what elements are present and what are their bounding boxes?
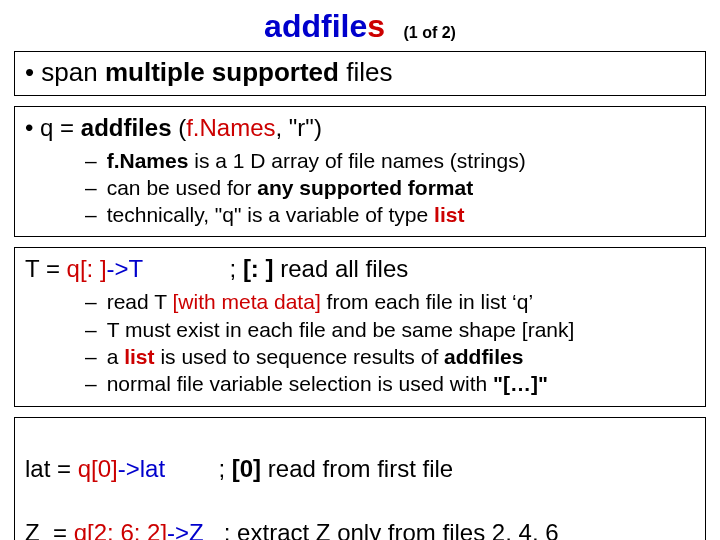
txt: normal file variable selection is used w… bbox=[107, 372, 493, 395]
list-item: normal file variable selection is used w… bbox=[85, 370, 695, 397]
title-suffix: s bbox=[367, 8, 385, 44]
txt: read all files bbox=[274, 255, 409, 282]
list-item: can be used for any supported format bbox=[85, 174, 695, 201]
txt: T must exist in each file and be same sh… bbox=[107, 318, 575, 341]
txt: lat = bbox=[25, 455, 78, 482]
box-read: T = q[: ]->T ; [: ] read all files read … bbox=[14, 247, 706, 406]
read-line: T = q[: ]->T ; [: ] read all files bbox=[25, 254, 695, 284]
txt: addfiles bbox=[444, 345, 523, 368]
txt: ; bbox=[218, 455, 231, 482]
txt: [with meta data] bbox=[172, 290, 320, 313]
txt: technically, "q" is a variable of type bbox=[107, 203, 434, 226]
txt: ->Z bbox=[167, 519, 204, 540]
txt: q[0] bbox=[78, 455, 118, 482]
txt: is used to sequence results of bbox=[155, 345, 445, 368]
txt: can be used for bbox=[107, 176, 258, 199]
txt: [0] bbox=[232, 455, 261, 482]
txt: ->T bbox=[107, 255, 143, 282]
txt: read T bbox=[107, 290, 173, 313]
assign-fn: addfiles bbox=[81, 114, 172, 141]
paren-open: ( bbox=[171, 114, 186, 141]
txt: read from first file bbox=[261, 455, 453, 482]
list-item: T must exist in each file and be same sh… bbox=[85, 316, 695, 343]
box-assign: • q = addfiles (f.Names, "r") f.Names is… bbox=[14, 106, 706, 238]
txt: ->lat bbox=[118, 455, 165, 482]
txt: a bbox=[107, 345, 125, 368]
assign-arg: f.Names bbox=[186, 114, 275, 141]
list-item: a list is used to sequence results of ad… bbox=[85, 343, 695, 370]
box-index: lat = q[0]->lat ; [0] read from first fi… bbox=[14, 417, 706, 540]
txt bbox=[165, 455, 218, 482]
txt: Z = bbox=[25, 519, 74, 540]
list-item: read T [with meta data] from each file i… bbox=[85, 288, 695, 315]
txt: is a 1 D array of file names (strings) bbox=[188, 149, 525, 172]
txt bbox=[204, 519, 224, 540]
title-main: addfile bbox=[264, 8, 367, 44]
txt: any supported format bbox=[257, 176, 473, 199]
txt: q[: ] bbox=[67, 255, 107, 282]
txt: from each file in list ‘q’ bbox=[321, 290, 533, 313]
slide: addfiles (1 of 2) • span multiple suppor… bbox=[0, 0, 720, 540]
assign-sublist: f.Names is a 1 D array of file names (st… bbox=[85, 147, 695, 229]
read-sublist: read T [with meta data] from each file i… bbox=[85, 288, 695, 397]
title-row: addfiles (1 of 2) bbox=[14, 8, 706, 45]
span-bold: multiple supported bbox=[105, 57, 339, 87]
span-line: • span multiple supported files bbox=[25, 56, 695, 89]
span-post: files bbox=[339, 57, 392, 87]
txt: T = bbox=[25, 255, 67, 282]
txt: ; extract Z only from files 2, 4, 6 bbox=[224, 519, 559, 540]
txt: [: ] bbox=[243, 255, 274, 282]
txt: "[…]" bbox=[493, 372, 548, 395]
assign-line: • q = addfiles (f.Names, "r") bbox=[25, 113, 695, 143]
index-line-1: lat = q[0]->lat ; [0] read from first fi… bbox=[25, 424, 695, 484]
assign-rest: , "r") bbox=[276, 114, 322, 141]
box-span: • span multiple supported files bbox=[14, 51, 706, 96]
txt: list bbox=[434, 203, 464, 226]
list-item: f.Names is a 1 D array of file names (st… bbox=[85, 147, 695, 174]
txt: ; bbox=[230, 255, 243, 282]
txt bbox=[143, 255, 230, 282]
index-line-2: Z = q[2: 6: 2]->Z ; extract Z only from … bbox=[25, 488, 695, 540]
span-pre: • span bbox=[25, 57, 105, 87]
list-item: technically, "q" is a variable of type l… bbox=[85, 201, 695, 228]
pager: (1 of 2) bbox=[403, 24, 455, 41]
txt: f.Names bbox=[107, 149, 189, 172]
assign-pre: • q = bbox=[25, 114, 81, 141]
txt: q[2: 6: 2] bbox=[74, 519, 167, 540]
txt: list bbox=[124, 345, 154, 368]
